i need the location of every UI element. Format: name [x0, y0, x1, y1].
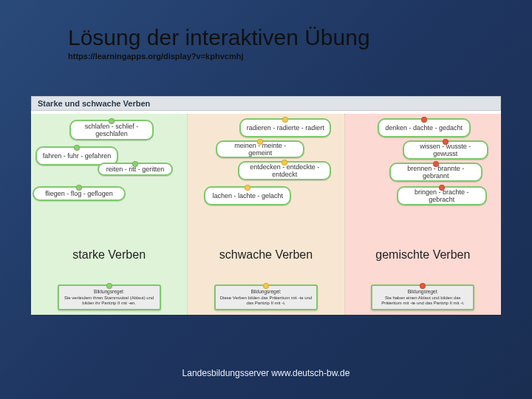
- app-title: Starke und schwache Verben: [31, 96, 501, 111]
- verb-card[interactable]: radieren - radierte - radiert: [239, 118, 331, 137]
- column-starke: schlafen - schlief - geschlafen fahren -…: [31, 114, 188, 315]
- rule-title: Bildungsregel:: [376, 289, 469, 295]
- slide-title: Lösung der interaktiven Übung: [68, 25, 370, 50]
- slide-url: https://learningapps.org/display?v=kphvc…: [68, 52, 243, 61]
- rule-title: Bildungsregel:: [219, 289, 313, 295]
- card-text: fliegen - flog - geflogen: [45, 190, 113, 197]
- card-text: lachen - lachte - gelacht: [213, 192, 284, 200]
- pin-icon: [109, 118, 115, 124]
- rule-card[interactable]: Bildungsregel: Diese Verben bilden das P…: [214, 284, 318, 310]
- pin-icon: [74, 145, 80, 151]
- verb-card[interactable]: fliegen - flog - geflogen: [33, 186, 126, 201]
- sorting-board: schlafen - schlief - geschlafen fahren -…: [31, 114, 501, 315]
- verb-card[interactable]: brennen - brannte - gebrannt: [389, 163, 482, 182]
- category-label: schwache Verben: [188, 248, 344, 262]
- verb-card[interactable]: wissen - wusste - gewusst: [403, 140, 488, 160]
- pin-icon: [420, 283, 426, 289]
- rule-title: Bildungsregel:: [63, 289, 156, 295]
- pin-icon: [76, 185, 82, 191]
- pin-icon: [439, 185, 445, 191]
- card-text: schlafen - schlief - geschlafen: [75, 123, 148, 138]
- column-gemischte: denken - dachte - gedacht wissen - wusst…: [345, 114, 501, 315]
- pin-icon: [257, 139, 263, 145]
- card-text: radieren - radierte - radiert: [247, 124, 324, 132]
- pin-icon: [433, 161, 439, 167]
- column-schwache: radieren - radierte - radiert meinen - m…: [188, 114, 344, 315]
- rule-card[interactable]: Bildungsregel: Sie haben einen Ablaut un…: [371, 284, 474, 310]
- pin-icon: [282, 160, 287, 166]
- card-text: denken - dachte - gedacht: [385, 124, 463, 132]
- rule-body: Sie haben einen Ablaut und bilden das Pr…: [381, 296, 464, 305]
- verb-card[interactable]: denken - dachte - gedacht: [378, 118, 471, 137]
- pin-icon: [106, 283, 112, 289]
- rule-body: Sie verändern ihren Stammvokal (Ablaut) …: [64, 296, 154, 305]
- verb-card[interactable]: entdecken - entdeckte - entdeckt: [238, 161, 331, 180]
- card-text: fahren - fuhr - gefahren: [43, 152, 112, 160]
- category-label: starke Verben: [31, 248, 187, 262]
- learningapps-frame: Starke und schwache Verben ? schlafen - …: [31, 96, 501, 315]
- slide-footer: Landesbildungsserver www.deutsch-bw.de: [0, 368, 532, 378]
- pin-icon: [443, 139, 449, 145]
- verb-card[interactable]: schlafen - schlief - geschlafen: [69, 120, 154, 140]
- category-label: gemischte Verben: [345, 248, 501, 262]
- verb-card[interactable]: reiten - ritt - geritten: [98, 163, 173, 176]
- pin-icon: [245, 185, 250, 191]
- pin-icon: [132, 161, 138, 167]
- verb-card[interactable]: lachen - lachte - gelacht: [204, 186, 291, 205]
- verb-card[interactable]: bringen - brachte - gebracht: [397, 186, 487, 205]
- rule-card[interactable]: Bildungsregel: Sie verändern ihren Stamm…: [58, 284, 161, 310]
- verb-card[interactable]: meinen - meinte - gemeint: [216, 140, 304, 158]
- rule-body: Diese Verben bilden das Präteritum mit -…: [220, 296, 312, 305]
- pin-icon: [263, 283, 269, 289]
- pin-icon: [282, 117, 288, 123]
- pin-icon: [421, 117, 427, 123]
